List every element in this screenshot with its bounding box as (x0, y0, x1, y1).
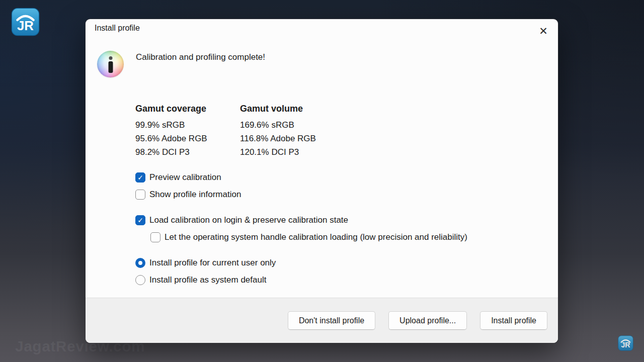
radio-label: Install profile as system default (149, 275, 266, 285)
checkmark-icon: ✓ (137, 217, 143, 224)
radio-label: Install profile for current user only (149, 258, 276, 268)
radio-icon[interactable] (135, 275, 145, 285)
checkbox-load-calibration-on-login[interactable]: ✓ Load calibration on login & preserve c… (135, 215, 348, 226)
gamut-volume-srgb: 169.6% sRGB (240, 118, 316, 132)
checkbox-label: Load calibration on login & preserve cal… (149, 215, 348, 225)
close-icon[interactable]: ✕ (535, 23, 552, 40)
info-icon-dot (109, 56, 112, 60)
info-icon-bar (108, 61, 113, 73)
gamut-volume-column: Gamut volume 169.6% sRGB 116.8% Adobe RG… (240, 104, 316, 159)
checkbox-show-profile-information[interactable]: ✓ Show profile information (135, 189, 241, 200)
install-profile-button[interactable]: Install profile (480, 311, 547, 330)
checkbox-label: Show profile information (149, 190, 241, 200)
gamut-coverage-header: Gamut coverage (135, 104, 240, 114)
radio-install-current-user[interactable]: Install profile for current user only (135, 257, 276, 268)
jr-logo-small: JR (618, 335, 633, 351)
gamut-coverage-column: Gamut coverage 99.9% sRGB 95.6% Adobe RG… (135, 104, 240, 159)
radio-icon[interactable] (135, 258, 145, 268)
dialog-footer: Don't install profile Upload profile... … (86, 298, 558, 343)
gamut-coverage-dcip3: 98.2% DCI P3 (135, 145, 240, 159)
checkbox-label: Let the operating system handle calibrat… (165, 232, 467, 242)
desktop-background: JR JagatReview.com Install profile ✕ Cal… (0, 0, 644, 362)
checkbox-preview-calibration[interactable]: ✓ Preview calibration (135, 172, 221, 183)
checkbox-os-handle-calibration[interactable]: ✓ Let the operating system handle calibr… (150, 232, 467, 243)
jr-logo-text: JR (17, 19, 34, 33)
checkmark-icon: ✓ (137, 174, 143, 181)
checkbox-icon[interactable]: ✓ (135, 190, 145, 200)
upload-profile-button[interactable]: Upload profile... (388, 311, 467, 330)
checkbox-icon[interactable]: ✓ (150, 232, 160, 242)
dialog-title: Install profile (95, 24, 140, 33)
gamut-coverage-srgb: 99.9% sRGB (135, 118, 240, 132)
gamut-volume-header: Gamut volume (240, 104, 316, 114)
gamut-volume-dcip3: 120.1% DCI P3 (240, 145, 316, 159)
gamut-volume-adobergb: 116.8% Adobe RGB (240, 132, 316, 145)
checkbox-icon[interactable]: ✓ (135, 215, 145, 225)
jr-logo-text: JR (621, 341, 630, 349)
jr-logo: JR (11, 8, 40, 36)
install-profile-dialog: Install profile ✕ Calibration and profil… (86, 19, 558, 343)
dont-install-profile-button[interactable]: Don't install profile (288, 311, 375, 330)
info-icon (97, 51, 124, 77)
checkbox-icon[interactable]: ✓ (135, 172, 145, 183)
radio-install-system-default[interactable]: Install profile as system default (135, 275, 266, 286)
completion-message: Calibration and profiling complete! (136, 52, 265, 62)
gamut-stats: Gamut coverage 99.9% sRGB 95.6% Adobe RG… (135, 104, 316, 159)
gamut-coverage-adobergb: 95.6% Adobe RGB (135, 132, 240, 145)
footer-buttons: Don't install profile Upload profile... … (288, 311, 547, 330)
checkbox-label: Preview calibration (149, 172, 221, 183)
